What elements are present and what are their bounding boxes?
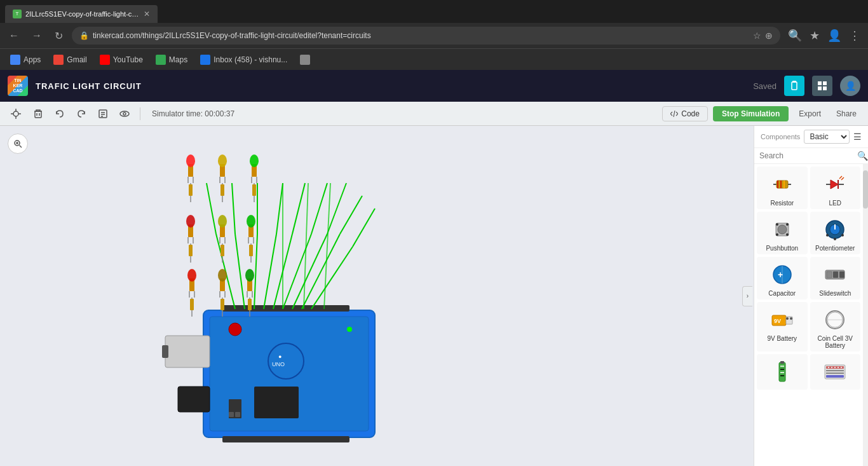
bookmark-maps-label: Maps bbox=[169, 55, 187, 64]
svg-rect-166 bbox=[780, 361, 784, 364]
svg-point-102 bbox=[187, 269, 196, 282]
svg-rect-4 bbox=[818, 86, 822, 90]
url-text: tinkercad.com/things/2ILLrc5S1EV-copy-of… bbox=[93, 31, 749, 40]
extension-icon[interactable]: ⊕ bbox=[765, 31, 773, 41]
panel-collapse-button[interactable]: › bbox=[742, 286, 752, 306]
component-potentiometer[interactable]: Potentiometer bbox=[810, 212, 861, 254]
code-button[interactable]: Code bbox=[662, 106, 708, 121]
component-9[interactable] bbox=[757, 354, 808, 390]
gmail-icon bbox=[53, 55, 64, 65]
bookmark-globe[interactable] bbox=[295, 53, 315, 67]
search-bar: 🔍 bbox=[754, 148, 868, 164]
svg-rect-119 bbox=[248, 299, 252, 310]
code-label: Code bbox=[681, 109, 700, 118]
refresh-button[interactable]: ↻ bbox=[51, 27, 67, 45]
potentiometer-icon bbox=[822, 217, 848, 242]
forward-button[interactable]: → bbox=[28, 27, 46, 44]
svg-rect-70 bbox=[220, 184, 224, 196]
toolbar-right: Code Stop Simulation Export Share bbox=[662, 106, 862, 121]
svg-rect-34 bbox=[222, 305, 349, 312]
svg-point-141 bbox=[776, 233, 778, 236]
svg-rect-154 bbox=[833, 271, 838, 278]
search-button[interactable]: 🔍 bbox=[785, 26, 804, 45]
slideswitch-icon bbox=[822, 262, 848, 287]
svg-rect-29 bbox=[178, 387, 210, 412]
list-view-icon[interactable]: ☰ bbox=[853, 132, 862, 142]
bookmark-inbox[interactable]: Inbox (458) - vishnu... bbox=[195, 53, 292, 67]
bookmark-apps[interactable]: Apps bbox=[5, 53, 46, 67]
svg-rect-11 bbox=[35, 111, 41, 118]
share-button[interactable]: Share bbox=[831, 107, 862, 121]
profile-button[interactable]: 👤 bbox=[825, 26, 844, 45]
active-tab[interactable]: T 2ILLrc5S1EV-copy-of-traffic-light-circ… bbox=[5, 5, 158, 23]
svg-point-19 bbox=[123, 113, 126, 115]
bookmark-youtube[interactable]: YouTube bbox=[95, 53, 148, 67]
maps-icon bbox=[156, 55, 166, 65]
svg-text:●: ● bbox=[278, 353, 281, 360]
svg-rect-30 bbox=[254, 387, 299, 418]
undo-button[interactable] bbox=[51, 106, 69, 121]
tab-close-button[interactable]: ✕ bbox=[144, 10, 150, 18]
svg-point-81 bbox=[186, 215, 195, 228]
notes-button[interactable] bbox=[94, 106, 112, 121]
svg-line-52 bbox=[311, 183, 327, 234]
component-led[interactable]: LED bbox=[810, 167, 861, 209]
scrollbar-thumb[interactable] bbox=[863, 170, 868, 209]
svg-line-48 bbox=[276, 183, 283, 234]
inbox-icon bbox=[200, 55, 210, 65]
coin-battery-icon bbox=[822, 307, 848, 332]
export-button[interactable]: Export bbox=[794, 107, 826, 121]
svg-point-180 bbox=[841, 367, 842, 368]
circuit-diagram: ● UNO bbox=[95, 151, 477, 466]
address-bar[interactable]: 🔒 tinkercad.com/things/2ILLrc5S1EV-copy-… bbox=[72, 27, 780, 45]
bookmark-maps[interactable]: Maps bbox=[151, 53, 193, 67]
browser-chrome: T 2ILLrc5S1EV-copy-of-traffic-light-circ… bbox=[0, 0, 868, 70]
component-slideswitch[interactable]: Slideswitch bbox=[810, 257, 861, 299]
svg-point-177 bbox=[831, 367, 832, 368]
component-pushbutton[interactable]: Pushbutton bbox=[757, 212, 808, 254]
component-9v-battery[interactable]: 9V 9V Battery bbox=[757, 302, 808, 352]
led-label: LED bbox=[829, 200, 841, 207]
svg-rect-28 bbox=[162, 345, 168, 358]
toolbar-separator bbox=[140, 107, 140, 120]
redo-button[interactable] bbox=[72, 106, 90, 121]
bookmarks-bar: Apps Gmail YouTube Maps Inbox (458) - vi… bbox=[0, 48, 868, 70]
menu-button[interactable]: ⋮ bbox=[846, 26, 863, 45]
bookmark-star-icon[interactable]: ☆ bbox=[753, 31, 761, 41]
grid-view-button[interactable] bbox=[812, 76, 832, 96]
delete-tool-button[interactable] bbox=[29, 106, 47, 121]
circuit-canvas[interactable]: ● UNO bbox=[0, 126, 754, 466]
svg-marker-132 bbox=[831, 180, 838, 189]
bookmark-youtube-label: YouTube bbox=[113, 55, 143, 64]
tc-toolbar: Simulator time: 00:00:37 Code Stop Simul… bbox=[0, 102, 868, 126]
led-icon bbox=[822, 172, 848, 197]
search-icon: 🔍 bbox=[857, 151, 868, 161]
svg-rect-5 bbox=[823, 86, 827, 90]
bookmark-gmail[interactable]: Gmail bbox=[48, 53, 92, 67]
zoom-button[interactable] bbox=[8, 134, 28, 154]
bookmark-button[interactable]: ★ bbox=[807, 26, 822, 45]
search-input[interactable] bbox=[759, 151, 855, 160]
svg-line-136 bbox=[841, 177, 844, 180]
svg-rect-174 bbox=[826, 373, 844, 374]
lock-icon: 🔒 bbox=[79, 31, 89, 40]
component-tool-button[interactable] bbox=[6, 106, 25, 122]
battery9v-label: 9V Battery bbox=[767, 335, 797, 342]
tab-favicon: T bbox=[13, 10, 22, 18]
back-button[interactable]: ← bbox=[5, 27, 23, 44]
scrollbar-track[interactable] bbox=[863, 164, 868, 466]
stop-simulation-button[interactable]: Stop Simulation bbox=[713, 106, 789, 121]
stop-sim-label: Stop Simulation bbox=[722, 109, 780, 118]
circuit-title: TRAFIC LIGHT CIRCUIT bbox=[36, 81, 142, 91]
svg-rect-77 bbox=[252, 184, 256, 196]
component-coin-battery[interactable]: Coin Cell 3V Battery bbox=[810, 302, 861, 352]
user-avatar[interactable]: 👤 bbox=[840, 76, 860, 96]
components-dropdown[interactable]: Basic All bbox=[804, 130, 850, 144]
component-resistor[interactable]: Resistor bbox=[757, 167, 808, 209]
component-10[interactable] bbox=[810, 354, 861, 390]
view-button[interactable] bbox=[116, 106, 133, 121]
component-capacitor[interactable]: + Capacitor bbox=[757, 257, 808, 299]
svg-point-148 bbox=[841, 234, 844, 236]
export-label: Export bbox=[799, 109, 821, 118]
clipboard-button[interactable] bbox=[784, 76, 804, 96]
